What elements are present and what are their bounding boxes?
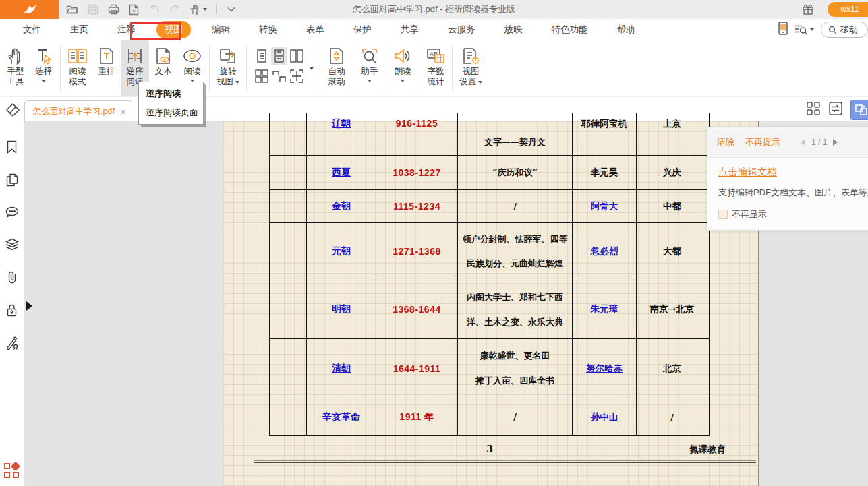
menu-features[interactable]: 特色功能 bbox=[544, 21, 596, 38]
menu-view[interactable]: 视图 bbox=[156, 21, 191, 38]
assistant-caret[interactable] bbox=[368, 80, 372, 82]
account-badge[interactable]: wx11 bbox=[828, 2, 868, 17]
bookmarks-icon[interactable] bbox=[6, 140, 18, 156]
continuous-facing-layout-icon[interactable] bbox=[254, 67, 270, 85]
reverse-read-icon bbox=[126, 45, 144, 67]
redo-icon[interactable] bbox=[169, 5, 181, 14]
mobile-phone-icon[interactable] bbox=[778, 22, 788, 38]
menu-edit[interactable]: 编辑 bbox=[204, 21, 238, 38]
clear-button[interactable]: 清除 bbox=[717, 136, 734, 148]
hand-tool-quick-icon[interactable] bbox=[190, 4, 207, 15]
separate-cover-layout-icon[interactable] bbox=[271, 67, 287, 85]
dropdown-item-reverse-read[interactable]: 逆序阅读 bbox=[139, 84, 203, 103]
print-icon[interactable] bbox=[108, 4, 119, 15]
assistant-button[interactable]: 助手 bbox=[355, 40, 384, 96]
tab-close-icon[interactable]: × bbox=[120, 106, 126, 117]
menu-comment[interactable]: 注释 bbox=[109, 21, 144, 38]
dynasty-link[interactable]: 清朝 bbox=[332, 363, 351, 375]
widgets-icon[interactable] bbox=[4, 463, 19, 478]
read-aloud-caret[interactable] bbox=[401, 80, 405, 82]
menu-share[interactable]: 共享 bbox=[393, 21, 427, 38]
note-line: / bbox=[513, 202, 517, 212]
undo-icon[interactable] bbox=[148, 5, 160, 14]
split-view-icon[interactable] bbox=[289, 67, 305, 85]
toolbar-separator bbox=[419, 46, 419, 91]
page-layout-caret[interactable] bbox=[310, 67, 314, 70]
dropdown-item-reverse-read-pages[interactable]: 逆序阅读页面 bbox=[139, 103, 203, 122]
founder-link[interactable]: 阿骨大 bbox=[591, 200, 618, 212]
edit-document-link[interactable]: 点击编辑文档 bbox=[718, 166, 777, 179]
word-count-icon: AB bbox=[426, 45, 445, 67]
app-logo[interactable] bbox=[0, 0, 59, 19]
create-pdf-icon[interactable] bbox=[129, 4, 139, 16]
read-mode-button[interactable]: 阅读 模式 bbox=[63, 40, 92, 96]
rotate-view-button[interactable]: 旋转 视图 bbox=[212, 40, 244, 96]
dynasty-link[interactable]: 辽朝 bbox=[332, 118, 351, 130]
view-settings-caret[interactable] bbox=[478, 81, 482, 84]
auto-scroll-button[interactable]: 自动 滚动 bbox=[322, 40, 351, 96]
dont-show-label: 不再显示 bbox=[732, 208, 767, 220]
word-count-button[interactable]: AB 字数 统计 bbox=[422, 40, 450, 96]
facing-layout-icon[interactable] bbox=[289, 47, 305, 65]
search-input[interactable]: 移动 bbox=[821, 22, 868, 38]
comments-icon[interactable] bbox=[5, 206, 19, 221]
find-caret[interactable] bbox=[810, 28, 814, 31]
open-file-icon[interactable] bbox=[66, 4, 78, 15]
hand-tool-icon bbox=[7, 45, 24, 67]
dynasty-link[interactable]: 明朝 bbox=[332, 303, 351, 315]
founder-link[interactable]: 忽必烈 bbox=[591, 245, 618, 257]
pager-prev-icon[interactable] bbox=[801, 139, 805, 146]
history-table: 辽朝 916-1125 文字——契丹文 耶律阿宝机 上京 西夏 1038-122… bbox=[269, 113, 710, 436]
swap-document-icon[interactable] bbox=[828, 100, 844, 119]
select-caret[interactable] bbox=[42, 80, 46, 82]
capital-value: 中都 bbox=[663, 200, 681, 212]
tab-grid-icon[interactable] bbox=[806, 101, 821, 119]
founder-link[interactable]: 朱元璋 bbox=[591, 303, 618, 315]
pager-next-icon[interactable] bbox=[833, 139, 838, 146]
security-icon[interactable] bbox=[6, 303, 18, 320]
hand-tool-button[interactable]: 手型 工具 bbox=[1, 40, 30, 96]
mobile-view-button[interactable] bbox=[850, 100, 868, 120]
menu-protect[interactable]: 保护 bbox=[345, 21, 380, 38]
table-row: 金朝 1115-1234 / 阿骨大 中都 bbox=[270, 190, 709, 223]
single-page-layout-icon[interactable] bbox=[254, 47, 270, 65]
brand-label: 氮课教育 bbox=[689, 444, 726, 456]
document-tab[interactable]: 怎么面对高中学习.pdf × bbox=[24, 100, 132, 122]
menu-form[interactable]: 表单 bbox=[298, 21, 332, 38]
founder-link[interactable]: 努尔哈赤 bbox=[586, 363, 623, 375]
read-aloud-button[interactable]: 朗读 bbox=[388, 40, 417, 96]
note-line: / bbox=[513, 412, 517, 422]
menu-convert[interactable]: 转换 bbox=[251, 21, 285, 38]
signature-icon[interactable] bbox=[5, 336, 19, 353]
no-more-prompt-button[interactable]: 不再提示 bbox=[745, 136, 780, 148]
attachments-icon[interactable] bbox=[6, 270, 18, 286]
menu-help[interactable]: 帮助 bbox=[609, 21, 643, 38]
dynasty-link[interactable]: 西夏 bbox=[332, 166, 351, 179]
note-line: 内阁大学士、郑和七下西 bbox=[467, 291, 563, 303]
founder-link[interactable]: 孙中山 bbox=[591, 411, 618, 423]
view-settings-button[interactable]: 视图 设置 bbox=[455, 40, 487, 96]
save-icon[interactable] bbox=[88, 4, 98, 15]
highlighter-pen-icon[interactable] bbox=[5, 102, 21, 121]
customize-toolbar-icon[interactable] bbox=[227, 7, 236, 13]
dynasty-link[interactable]: 辛亥革命 bbox=[322, 411, 360, 423]
menu-file[interactable]: 文件 bbox=[15, 21, 49, 38]
reflow-button[interactable]: 重排 bbox=[92, 40, 121, 96]
menu-home[interactable]: 主页 bbox=[62, 21, 96, 38]
pages-icon[interactable] bbox=[6, 173, 18, 189]
gift-icon[interactable] bbox=[802, 3, 814, 18]
dynasty-link[interactable]: 金朝 bbox=[332, 200, 351, 212]
menu-present[interactable]: 放映 bbox=[496, 21, 531, 38]
menu-cloud[interactable]: 云服务 bbox=[440, 21, 484, 38]
dynasty-link[interactable]: 元朝 bbox=[332, 245, 351, 257]
rotate-view-caret[interactable] bbox=[235, 81, 239, 84]
continuous-layout-icon[interactable] bbox=[271, 47, 287, 65]
pdf-page[interactable]: 辽朝 916-1125 文字——契丹文 耶律阿宝机 上京 西夏 1038-122… bbox=[223, 121, 759, 486]
dont-show-checkbox[interactable] bbox=[718, 210, 728, 219]
layers-icon[interactable] bbox=[5, 238, 19, 253]
note-line: 领户分封制、怯薛军、四等 bbox=[463, 233, 568, 245]
find-icon[interactable] bbox=[794, 24, 814, 35]
select-button[interactable]: 选择 bbox=[30, 40, 58, 96]
sidebar-expand-handle[interactable] bbox=[26, 301, 32, 311]
hand-tool-caret[interactable] bbox=[203, 8, 207, 11]
